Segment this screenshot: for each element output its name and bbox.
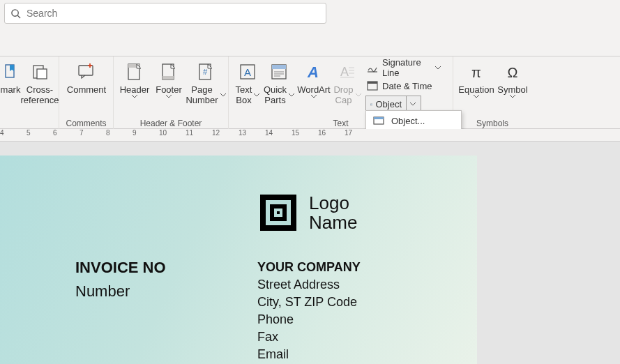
header-icon xyxy=(127,63,142,81)
menu-item-object-label: Object... xyxy=(391,116,425,126)
header-button[interactable]: Header xyxy=(118,59,151,98)
svg-rect-4 xyxy=(37,69,47,79)
invoice-number: Number xyxy=(75,282,166,301)
bookmark-icon xyxy=(3,63,17,80)
signature-line-button[interactable]: Signature Line xyxy=(364,59,449,76)
comment-label: Comment xyxy=(67,84,106,95)
svg-point-0 xyxy=(12,9,18,15)
header-label: Header xyxy=(120,84,150,95)
svg-text:A: A xyxy=(307,63,319,80)
header-footer-group: Header Footer # Page Number Header & Foo… xyxy=(114,56,229,130)
ribbon: mark Cross- reference Comment Comments H… xyxy=(0,56,620,129)
chevron-down-icon xyxy=(311,95,317,98)
wordart-label: WordArt xyxy=(297,84,330,95)
svg-rect-11 xyxy=(162,76,174,79)
search-icon xyxy=(10,8,21,19)
company-phone: Phone xyxy=(257,311,361,328)
chevron-down-icon xyxy=(289,93,294,97)
company-header: YOUR COMPANY xyxy=(257,259,361,276)
company-fax: Fax xyxy=(257,328,361,346)
quick-parts-button[interactable]: Quick Parts xyxy=(264,59,294,105)
signature-line-label: Signature Line xyxy=(382,57,431,78)
svg-text:π: π xyxy=(471,65,481,80)
symbols-group-label: Symbols xyxy=(453,119,531,128)
cross-reference-button[interactable]: Cross- reference xyxy=(20,59,60,105)
quick-parts-icon xyxy=(271,63,287,80)
page-number-label: Page Number xyxy=(186,84,225,105)
symbol-button[interactable]: Ω Symbol xyxy=(495,59,530,98)
document-area[interactable]: Logo Name INVOICE NO Number YOUR COMPANY… xyxy=(0,142,620,364)
wordart-button[interactable]: A WordArt xyxy=(296,59,332,98)
drop-cap-button: A Drop Cap xyxy=(333,59,361,105)
horizontal-ruler[interactable]: 4567891011121314151617 xyxy=(0,129,620,142)
drop-cap-icon: A xyxy=(339,63,356,80)
logo-block: Logo Name xyxy=(257,192,357,234)
equation-icon: π xyxy=(467,63,485,80)
invoice-label: INVOICE NO xyxy=(75,259,166,277)
invoice-block: INVOICE NO Number xyxy=(75,259,166,301)
symbol-icon: Ω xyxy=(504,63,522,80)
bookmark-label: mark xyxy=(1,84,21,95)
cross-reference-label: Cross- reference xyxy=(21,84,59,105)
object-label: Object xyxy=(372,99,406,109)
chevron-down-icon xyxy=(474,95,479,98)
date-time-label: Date & Time xyxy=(382,81,432,91)
footer-button[interactable]: Footer xyxy=(153,59,185,98)
comment-button[interactable]: Comment xyxy=(65,59,108,95)
document-page[interactable]: Logo Name INVOICE NO Number YOUR COMPANY… xyxy=(0,156,477,364)
svg-text:A: A xyxy=(244,66,251,78)
chevron-down-icon xyxy=(220,93,226,97)
svg-text:#: # xyxy=(203,68,208,76)
quick-parts-label: Quick Parts xyxy=(264,84,294,105)
footer-icon xyxy=(161,63,176,81)
date-time-icon xyxy=(367,80,378,91)
text-box-icon: A xyxy=(239,63,256,80)
wordart-icon: A xyxy=(305,63,323,80)
menu-item-object[interactable]: Object... xyxy=(366,111,461,130)
footer-label: Footer xyxy=(156,84,182,95)
svg-rect-29 xyxy=(368,82,377,84)
date-time-button[interactable]: Date & Time xyxy=(364,77,449,94)
chevron-down-icon xyxy=(254,93,259,97)
chevron-down-icon xyxy=(435,66,441,70)
comments-group: Comment Comments xyxy=(59,56,114,130)
svg-rect-17 xyxy=(272,65,286,69)
signature-line-icon xyxy=(367,62,378,73)
comments-group-label: Comments xyxy=(59,119,113,128)
company-street: Street Address xyxy=(257,276,361,294)
company-email: Email xyxy=(257,346,361,363)
chevron-down-icon xyxy=(356,93,361,97)
text-box-button[interactable]: A Text Box xyxy=(233,59,262,105)
links-group: mark Cross- reference xyxy=(0,56,59,130)
search-input[interactable] xyxy=(25,7,320,20)
chevron-down-icon xyxy=(410,103,416,106)
chevron-down-icon xyxy=(132,95,137,98)
svg-line-1 xyxy=(17,15,20,18)
page-number-icon: # xyxy=(198,63,213,81)
company-city: City, ST ZIP Code xyxy=(257,294,361,311)
svg-text:Ω: Ω xyxy=(508,65,518,80)
header-footer-group-label: Header & Footer xyxy=(114,119,228,128)
svg-rect-35 xyxy=(374,117,384,119)
svg-text:A: A xyxy=(340,65,349,79)
text-box-label: Text Box xyxy=(236,84,260,105)
logo-icon xyxy=(257,192,299,234)
cross-reference-icon xyxy=(31,63,48,80)
equation-label: Equation xyxy=(458,84,494,95)
svg-rect-5 xyxy=(79,66,93,75)
svg-rect-44 xyxy=(277,211,280,214)
chevron-down-icon xyxy=(166,95,172,98)
comment-icon xyxy=(77,63,96,80)
company-block: YOUR COMPANY Street Address City, ST ZIP… xyxy=(257,259,361,363)
object-icon xyxy=(373,115,384,126)
search-bar[interactable] xyxy=(4,3,326,24)
equation-button[interactable]: π Equation xyxy=(458,59,495,98)
chevron-down-icon xyxy=(510,95,515,98)
symbol-label: Symbol xyxy=(497,84,527,95)
page-number-button[interactable]: # Page Number xyxy=(185,59,227,105)
drop-cap-label: Drop Cap xyxy=(333,84,361,105)
logo-text: Logo Name xyxy=(309,193,357,232)
symbols-group: π Equation Ω Symbol Symbols xyxy=(453,56,531,130)
